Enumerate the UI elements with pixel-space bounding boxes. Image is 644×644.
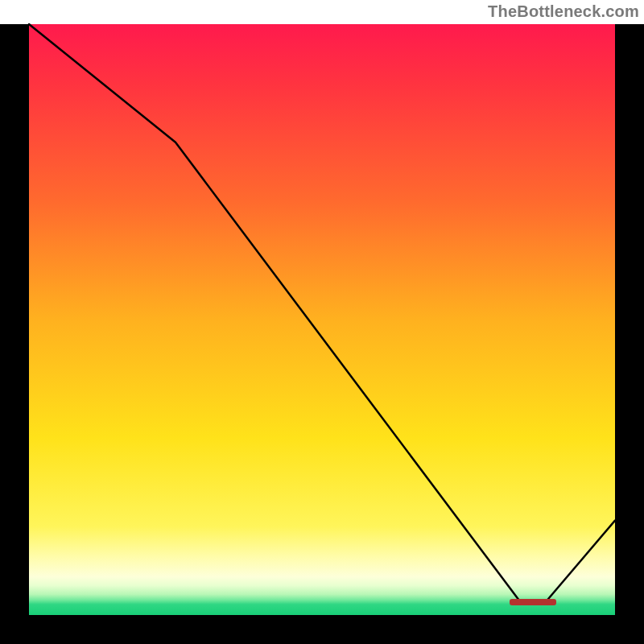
watermark-text: TheBottleneck.com xyxy=(488,2,639,21)
chart-outer-border xyxy=(0,24,644,644)
bottleneck-curve xyxy=(29,24,615,615)
chart-plot-area xyxy=(29,24,615,615)
chart-frame: TheBottleneck.com xyxy=(0,0,644,644)
optimal-range-marker xyxy=(510,599,556,605)
